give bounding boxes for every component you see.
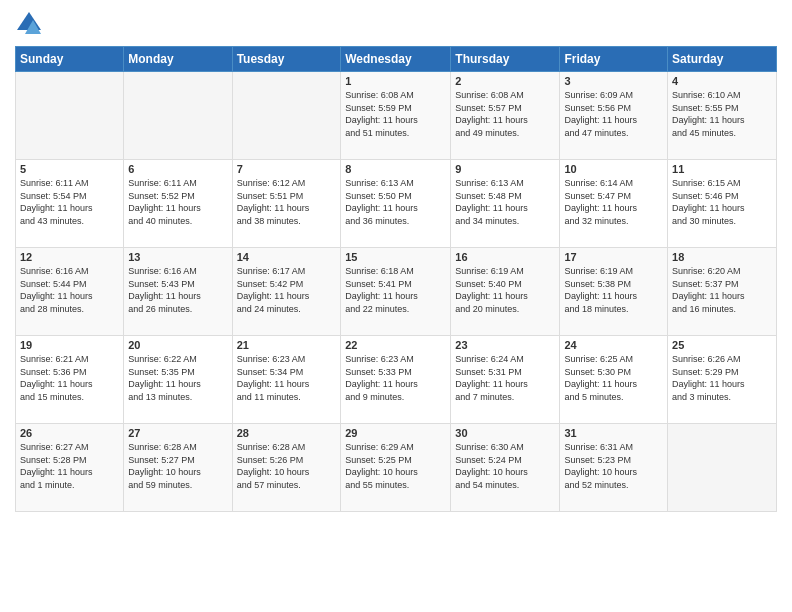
calendar-cell: 5Sunrise: 6:11 AM Sunset: 5:54 PM Daylig…	[16, 160, 124, 248]
calendar-week-row: 5Sunrise: 6:11 AM Sunset: 5:54 PM Daylig…	[16, 160, 777, 248]
calendar-cell: 25Sunrise: 6:26 AM Sunset: 5:29 PM Dayli…	[668, 336, 777, 424]
day-number: 9	[455, 163, 555, 175]
day-info: Sunrise: 6:21 AM Sunset: 5:36 PM Dayligh…	[20, 353, 119, 403]
day-info: Sunrise: 6:12 AM Sunset: 5:51 PM Dayligh…	[237, 177, 337, 227]
calendar-cell: 16Sunrise: 6:19 AM Sunset: 5:40 PM Dayli…	[451, 248, 560, 336]
day-info: Sunrise: 6:17 AM Sunset: 5:42 PM Dayligh…	[237, 265, 337, 315]
day-number: 16	[455, 251, 555, 263]
day-number: 23	[455, 339, 555, 351]
day-info: Sunrise: 6:27 AM Sunset: 5:28 PM Dayligh…	[20, 441, 119, 491]
day-info: Sunrise: 6:11 AM Sunset: 5:54 PM Dayligh…	[20, 177, 119, 227]
weekday-header: Thursday	[451, 47, 560, 72]
day-info: Sunrise: 6:23 AM Sunset: 5:34 PM Dayligh…	[237, 353, 337, 403]
calendar-cell: 13Sunrise: 6:16 AM Sunset: 5:43 PM Dayli…	[124, 248, 232, 336]
weekday-header: Sunday	[16, 47, 124, 72]
day-number: 20	[128, 339, 227, 351]
day-info: Sunrise: 6:28 AM Sunset: 5:27 PM Dayligh…	[128, 441, 227, 491]
day-info: Sunrise: 6:16 AM Sunset: 5:43 PM Dayligh…	[128, 265, 227, 315]
day-number: 1	[345, 75, 446, 87]
calendar-cell: 30Sunrise: 6:30 AM Sunset: 5:24 PM Dayli…	[451, 424, 560, 512]
calendar-cell: 6Sunrise: 6:11 AM Sunset: 5:52 PM Daylig…	[124, 160, 232, 248]
calendar-cell: 7Sunrise: 6:12 AM Sunset: 5:51 PM Daylig…	[232, 160, 341, 248]
day-info: Sunrise: 6:23 AM Sunset: 5:33 PM Dayligh…	[345, 353, 446, 403]
calendar-cell: 22Sunrise: 6:23 AM Sunset: 5:33 PM Dayli…	[341, 336, 451, 424]
calendar-week-row: 19Sunrise: 6:21 AM Sunset: 5:36 PM Dayli…	[16, 336, 777, 424]
day-info: Sunrise: 6:10 AM Sunset: 5:55 PM Dayligh…	[672, 89, 772, 139]
calendar-table: SundayMondayTuesdayWednesdayThursdayFrid…	[15, 46, 777, 512]
calendar-cell: 10Sunrise: 6:14 AM Sunset: 5:47 PM Dayli…	[560, 160, 668, 248]
calendar-cell	[668, 424, 777, 512]
calendar-week-row: 26Sunrise: 6:27 AM Sunset: 5:28 PM Dayli…	[16, 424, 777, 512]
calendar-cell: 2Sunrise: 6:08 AM Sunset: 5:57 PM Daylig…	[451, 72, 560, 160]
day-info: Sunrise: 6:24 AM Sunset: 5:31 PM Dayligh…	[455, 353, 555, 403]
day-number: 5	[20, 163, 119, 175]
weekday-header: Tuesday	[232, 47, 341, 72]
day-number: 24	[564, 339, 663, 351]
weekday-header: Friday	[560, 47, 668, 72]
day-number: 17	[564, 251, 663, 263]
page: SundayMondayTuesdayWednesdayThursdayFrid…	[0, 0, 792, 612]
calendar-cell	[16, 72, 124, 160]
day-info: Sunrise: 6:26 AM Sunset: 5:29 PM Dayligh…	[672, 353, 772, 403]
calendar-cell: 15Sunrise: 6:18 AM Sunset: 5:41 PM Dayli…	[341, 248, 451, 336]
calendar-cell: 29Sunrise: 6:29 AM Sunset: 5:25 PM Dayli…	[341, 424, 451, 512]
day-number: 21	[237, 339, 337, 351]
calendar-cell: 28Sunrise: 6:28 AM Sunset: 5:26 PM Dayli…	[232, 424, 341, 512]
day-number: 28	[237, 427, 337, 439]
calendar-cell: 11Sunrise: 6:15 AM Sunset: 5:46 PM Dayli…	[668, 160, 777, 248]
day-info: Sunrise: 6:08 AM Sunset: 5:59 PM Dayligh…	[345, 89, 446, 139]
calendar-cell	[124, 72, 232, 160]
day-number: 13	[128, 251, 227, 263]
day-info: Sunrise: 6:22 AM Sunset: 5:35 PM Dayligh…	[128, 353, 227, 403]
day-info: Sunrise: 6:18 AM Sunset: 5:41 PM Dayligh…	[345, 265, 446, 315]
calendar-cell: 26Sunrise: 6:27 AM Sunset: 5:28 PM Dayli…	[16, 424, 124, 512]
day-number: 25	[672, 339, 772, 351]
calendar-cell: 1Sunrise: 6:08 AM Sunset: 5:59 PM Daylig…	[341, 72, 451, 160]
day-number: 11	[672, 163, 772, 175]
calendar-header-row: SundayMondayTuesdayWednesdayThursdayFrid…	[16, 47, 777, 72]
day-number: 15	[345, 251, 446, 263]
calendar-cell: 19Sunrise: 6:21 AM Sunset: 5:36 PM Dayli…	[16, 336, 124, 424]
weekday-header: Wednesday	[341, 47, 451, 72]
calendar-cell: 3Sunrise: 6:09 AM Sunset: 5:56 PM Daylig…	[560, 72, 668, 160]
day-info: Sunrise: 6:25 AM Sunset: 5:30 PM Dayligh…	[564, 353, 663, 403]
logo-icon	[15, 10, 43, 38]
day-number: 19	[20, 339, 119, 351]
day-number: 4	[672, 75, 772, 87]
calendar-week-row: 1Sunrise: 6:08 AM Sunset: 5:59 PM Daylig…	[16, 72, 777, 160]
weekday-header: Saturday	[668, 47, 777, 72]
day-info: Sunrise: 6:08 AM Sunset: 5:57 PM Dayligh…	[455, 89, 555, 139]
day-number: 18	[672, 251, 772, 263]
day-info: Sunrise: 6:16 AM Sunset: 5:44 PM Dayligh…	[20, 265, 119, 315]
calendar-cell: 21Sunrise: 6:23 AM Sunset: 5:34 PM Dayli…	[232, 336, 341, 424]
day-info: Sunrise: 6:19 AM Sunset: 5:38 PM Dayligh…	[564, 265, 663, 315]
header	[15, 10, 777, 38]
calendar-cell: 24Sunrise: 6:25 AM Sunset: 5:30 PM Dayli…	[560, 336, 668, 424]
day-info: Sunrise: 6:28 AM Sunset: 5:26 PM Dayligh…	[237, 441, 337, 491]
day-number: 29	[345, 427, 446, 439]
day-info: Sunrise: 6:13 AM Sunset: 5:48 PM Dayligh…	[455, 177, 555, 227]
calendar-week-row: 12Sunrise: 6:16 AM Sunset: 5:44 PM Dayli…	[16, 248, 777, 336]
calendar-cell: 23Sunrise: 6:24 AM Sunset: 5:31 PM Dayli…	[451, 336, 560, 424]
calendar-cell: 8Sunrise: 6:13 AM Sunset: 5:50 PM Daylig…	[341, 160, 451, 248]
day-info: Sunrise: 6:31 AM Sunset: 5:23 PM Dayligh…	[564, 441, 663, 491]
weekday-header: Monday	[124, 47, 232, 72]
day-number: 10	[564, 163, 663, 175]
day-info: Sunrise: 6:09 AM Sunset: 5:56 PM Dayligh…	[564, 89, 663, 139]
day-number: 8	[345, 163, 446, 175]
day-info: Sunrise: 6:20 AM Sunset: 5:37 PM Dayligh…	[672, 265, 772, 315]
day-info: Sunrise: 6:29 AM Sunset: 5:25 PM Dayligh…	[345, 441, 446, 491]
day-number: 2	[455, 75, 555, 87]
day-info: Sunrise: 6:15 AM Sunset: 5:46 PM Dayligh…	[672, 177, 772, 227]
calendar-cell: 17Sunrise: 6:19 AM Sunset: 5:38 PM Dayli…	[560, 248, 668, 336]
calendar-cell: 12Sunrise: 6:16 AM Sunset: 5:44 PM Dayli…	[16, 248, 124, 336]
day-number: 6	[128, 163, 227, 175]
day-info: Sunrise: 6:14 AM Sunset: 5:47 PM Dayligh…	[564, 177, 663, 227]
day-info: Sunrise: 6:13 AM Sunset: 5:50 PM Dayligh…	[345, 177, 446, 227]
calendar-cell: 31Sunrise: 6:31 AM Sunset: 5:23 PM Dayli…	[560, 424, 668, 512]
day-info: Sunrise: 6:11 AM Sunset: 5:52 PM Dayligh…	[128, 177, 227, 227]
calendar-cell: 27Sunrise: 6:28 AM Sunset: 5:27 PM Dayli…	[124, 424, 232, 512]
day-number: 22	[345, 339, 446, 351]
calendar-cell: 9Sunrise: 6:13 AM Sunset: 5:48 PM Daylig…	[451, 160, 560, 248]
calendar-cell: 18Sunrise: 6:20 AM Sunset: 5:37 PM Dayli…	[668, 248, 777, 336]
